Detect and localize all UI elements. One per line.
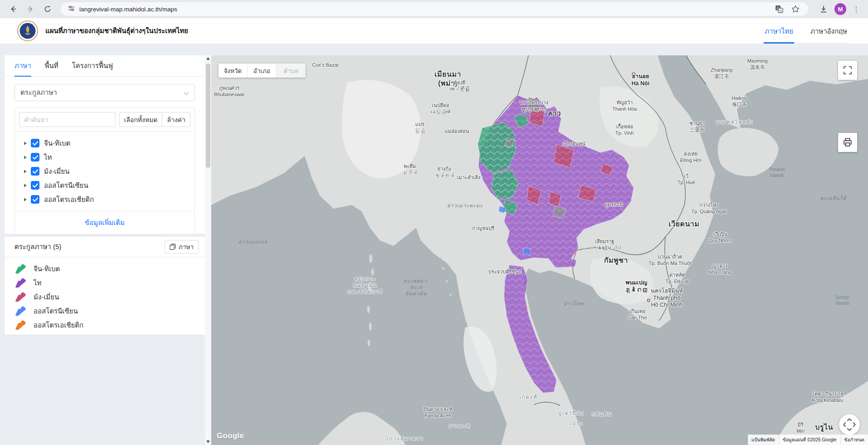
legend-panel: ตระกูลภาษา (5) ภาษา จีน-ทิเบตไทม้ง-เมี่ย… (5, 237, 205, 335)
map-label: เวียงจันทน์ (563, 141, 586, 147)
url-text: langrevival-map.mahidol.ac.th/maps (79, 6, 771, 13)
map-label: อุดรธานี (605, 202, 623, 208)
map-label: พนมเปญ ភ្នំពេញ (625, 279, 648, 293)
map-label: ทัญฮว้า Thanh Hóa (612, 100, 637, 112)
expand-caret-icon[interactable] (24, 156, 27, 159)
fullscreen-button[interactable] (838, 61, 857, 80)
map-label: กัมพูชา (604, 256, 628, 265)
legend-item: จีน-ทิเบต (5, 262, 205, 276)
sidebar-tab-พื้นที่[interactable]: พื้นที่ (45, 55, 58, 77)
expand-caret-icon[interactable] (24, 170, 27, 173)
region-shape-icon (15, 320, 27, 330)
sidebar-tab-ภาษา[interactable]: ภาษา (15, 55, 31, 77)
map-label: ฮานอย Hà Nội (631, 73, 650, 87)
lang-tab-ภาษาอังกฤษ[interactable]: ภาษาอังกฤษ (810, 19, 848, 44)
attribution-item[interactable]: แป้นพิมพ์ลัด (748, 435, 779, 445)
map-label: Spratly Islands (835, 295, 849, 306)
clear-button[interactable]: ล้างค่า (162, 112, 190, 127)
address-bar[interactable]: langrevival-map.mahidol.ac.th/maps GA (61, 2, 808, 16)
map-label: มณฑลไหหลำ (716, 119, 753, 126)
scroll-down-icon[interactable] (205, 439, 211, 445)
map-label: อ่าวเบงกอล (238, 239, 267, 245)
map-label: เสียมราฐ ក្រុងសៀមរាប (587, 239, 622, 251)
map-attribution: แป้นพิมพ์ลัดข้อมูลแผนที่ ©2025 Googleข้อ… (747, 435, 868, 445)
map-label: มิริ Miri (796, 422, 805, 435)
language-switcher: ภาษาไทยภาษาอังกฤษ (764, 19, 848, 44)
checkbox-checked[interactable] (31, 167, 39, 176)
checkbox-checked[interactable] (31, 181, 39, 190)
select-all-button[interactable]: เลือกทั้งหมด (119, 112, 163, 127)
app-header: แผนที่ภาษาของกลุ่มชาติพันธุ์ต่างๆในประเท… (0, 18, 868, 44)
legend-toggle-button[interactable]: ภาษา (165, 240, 199, 254)
legend-item: ออสโตรเอเชียติก (5, 318, 205, 332)
legend-item: ม้ง-เมี่ยน (5, 290, 205, 304)
checkbox-checked[interactable] (31, 139, 39, 147)
language-family-dropdown[interactable]: ตระกูลภาษา (15, 84, 195, 101)
checkbox-checked[interactable] (31, 195, 39, 204)
legend-header: ตระกูลภาษา (5) ภาษา (5, 237, 205, 257)
level-button-อำเภอ[interactable]: อำเภอ (247, 64, 276, 78)
map-label: พะสิม ပုသိမ် (402, 163, 417, 176)
sidebar-scrollbar[interactable] (205, 55, 211, 445)
sidebar-tab-โครงการฟื้นฟู[interactable]: โครงการฟื้นฟู (72, 55, 113, 77)
tree-item-label[interactable]: ม้ง-เมี่ยน (44, 166, 69, 177)
map-label: นครโฮจิมินห์ Thành phố Hồ Chí Minh (651, 288, 683, 309)
site-info-icon[interactable] (68, 5, 75, 14)
legend-item: ออสโตรนีเซียน (5, 304, 205, 318)
tree-item-label[interactable]: ออสโตรเอเชียติก (44, 194, 94, 205)
bookmark-star-icon[interactable] (790, 3, 801, 15)
legend-item-label: ม้ง-เมี่ยน (34, 292, 59, 303)
tree-item-label[interactable]: จีน-ทิเบต (44, 138, 70, 149)
expand-caret-icon[interactable] (24, 184, 27, 187)
checkbox-checked[interactable] (31, 153, 39, 161)
more-info-link[interactable]: ข้อมูลเพิ่มเติม (85, 217, 125, 228)
map-label: เว้ Tp. Huế (677, 173, 695, 186)
map-label: กาญจนบุรี (472, 225, 494, 232)
more-info-row: ข้อมูลเพิ่มเติม (15, 211, 194, 234)
layers-icon (170, 244, 176, 250)
attribution-item: ข้อมูลแผนที่ ©2025 Google (779, 435, 840, 445)
map-label: ทะเลพม่า, ทะเล อันดามัน (403, 278, 428, 297)
basemap-graphic (211, 55, 868, 445)
tree-row: ออสโตรเอเชียติก (21, 192, 194, 206)
filter-panel: ภาษาพื้นที่โครงการฟื้นฟู ตระกูลภาษา เลือ… (5, 55, 205, 234)
map-label: อ่าวไทย (564, 301, 584, 307)
forward-icon[interactable] (24, 2, 37, 16)
region-shape-icon (15, 278, 27, 288)
page-title: แผนที่ภาษาของกลุ่มชาติพันธุ์ต่างๆในประเท… (45, 25, 188, 36)
map-label: Paracel Islands (769, 167, 785, 178)
svg-text:A: A (779, 9, 782, 13)
scroll-up-icon[interactable] (205, 55, 211, 62)
level-button-จังหวัด[interactable]: จังหวัด (218, 64, 247, 78)
scrollbar-thumb[interactable] (206, 64, 210, 168)
map-label: เกื้อหล่อ Tp. Vinh (616, 124, 634, 137)
pan-control[interactable] (839, 414, 860, 435)
legend-item: ไท (5, 276, 205, 290)
search-input[interactable] (19, 112, 116, 127)
attribution-item[interactable]: ข้อกำหนด (841, 435, 868, 445)
tree-item-label[interactable]: ออสโตรนีเซียน (44, 180, 88, 191)
translate-icon[interactable]: GA (773, 3, 785, 15)
download-icon[interactable] (818, 3, 829, 15)
expand-caret-icon[interactable] (24, 198, 27, 201)
region-shape-icon (15, 306, 27, 316)
print-map-button[interactable] (838, 133, 857, 152)
back-icon[interactable] (6, 2, 20, 16)
expand-caret-icon[interactable] (24, 142, 27, 145)
lang-tab-ภาษาไทย[interactable]: ภาษาไทย (764, 19, 794, 44)
tree-item-label[interactable]: ไท (44, 152, 52, 163)
map-label: ลาว (548, 109, 561, 118)
language-family-tree: จีน-ทิเบตไทม้ง-เมี่ยนออสโตรนีเซียนออสโตร… (15, 132, 194, 211)
profile-avatar[interactable]: M (834, 3, 846, 15)
sidebar-tabs: ภาษาพื้นที่โครงการฟื้นฟู (5, 55, 205, 77)
map-label: อ่าวเมาะตะมะ (447, 203, 483, 209)
chrome-menu-icon[interactable]: ⋮ (849, 5, 863, 14)
legend-item-label: จีน-ทิเบต (34, 264, 60, 274)
fullscreen-icon (844, 66, 852, 74)
map-label: เกดะห์ (519, 394, 538, 401)
reload-icon[interactable] (41, 2, 54, 16)
google-logo: Google (217, 431, 244, 440)
map-canvas[interactable]: เมียนมา (พม่า)ลาวเวียดนามกัมพูชาบรูไนมณฑ… (211, 55, 868, 445)
map-label: หมู่เกาะ อันดามัน และนิโคบาร์ (348, 276, 383, 295)
tree-row: ออสโตรนีเซียน (21, 178, 194, 192)
